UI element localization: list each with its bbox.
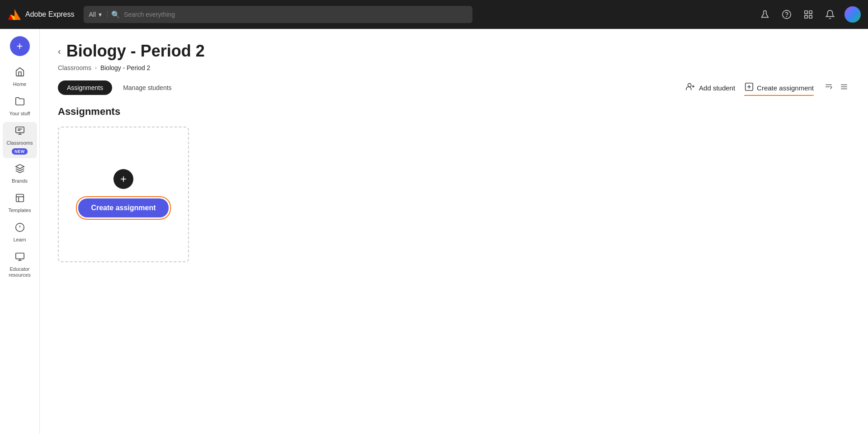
sidebar-item-educator-resources[interactable]: Educator resources — [3, 248, 37, 282]
breadcrumb-current: Biology - Period 2 — [100, 64, 151, 71]
adobe-logo-icon — [7, 7, 22, 22]
assignments-section-title: Assignments — [58, 106, 850, 118]
sort-icon[interactable] — [823, 81, 835, 95]
create-assignment-button-wrapper: Create assignment — [76, 196, 170, 220]
tab-manage-students[interactable]: Manage students — [114, 80, 180, 95]
sidebar-label-educator-resources: Educator resources — [5, 266, 34, 278]
sidebar-item-home[interactable]: Home — [3, 63, 37, 91]
breadcrumb-classrooms[interactable]: Classrooms — [58, 64, 91, 71]
svg-point-5 — [787, 16, 787, 17]
svg-point-4 — [783, 10, 791, 19]
svg-rect-7 — [809, 11, 812, 14]
chevron-down-icon: ▾ — [99, 11, 102, 18]
sidebar-label-learn: Learn — [13, 237, 26, 243]
add-student-icon — [685, 82, 695, 94]
sidebar-label-classrooms: Classrooms — [6, 140, 33, 146]
folder-icon — [15, 96, 25, 109]
header-create-assignment-button[interactable]: Create assignment — [744, 82, 814, 94]
back-button[interactable]: ‹ — [58, 46, 61, 57]
sidebar-item-classrooms[interactable]: Classrooms NEW — [3, 122, 37, 158]
search-filter-label: All — [89, 11, 96, 18]
list-view-icon[interactable] — [838, 81, 850, 95]
sidebar-label-brands: Brands — [12, 178, 28, 184]
beaker-icon[interactable] — [758, 7, 772, 22]
create-assignment-card: + Create assignment — [58, 127, 189, 262]
avatar[interactable] — [844, 6, 861, 23]
plus-icon: + — [16, 40, 23, 52]
add-circle-icon: + — [113, 169, 133, 189]
sidebar-label-your-stuff: Your stuff — [9, 111, 30, 117]
sidebar-item-learn[interactable]: Learn — [3, 219, 37, 246]
search-filter-dropdown[interactable]: All ▾ — [89, 11, 108, 18]
svg-marker-2 — [14, 9, 21, 20]
svg-rect-10 — [15, 127, 24, 133]
svg-rect-9 — [809, 15, 812, 18]
create-button[interactable]: + — [10, 36, 30, 56]
header-create-assignment-icon — [744, 82, 754, 94]
help-icon[interactable] — [779, 7, 794, 22]
sidebar-item-brands[interactable]: Brands — [3, 160, 37, 188]
sidebar: + Home Your stuff Classrooms NEW — [0, 29, 40, 434]
plus-icon-card: + — [120, 173, 127, 185]
sidebar-label-templates: Templates — [8, 208, 31, 213]
new-badge: NEW — [12, 148, 28, 155]
add-student-button[interactable]: Add student — [685, 82, 735, 94]
logo-area[interactable]: Adobe Express — [7, 7, 75, 22]
search-bar: All ▾ 🔍 — [84, 6, 472, 23]
page-header: ‹ Biology - Period 2 — [58, 42, 850, 61]
sidebar-item-your-stuff[interactable]: Your stuff — [3, 93, 37, 120]
top-navigation: Adobe Express All ▾ 🔍 — [0, 0, 868, 29]
templates-icon — [15, 193, 25, 206]
svg-rect-8 — [805, 15, 807, 18]
apps-icon[interactable] — [801, 7, 816, 22]
svg-rect-6 — [805, 11, 807, 14]
tab-actions-row: Assignments Manage students Add student — [58, 80, 850, 95]
create-assignment-button[interactable]: Create assignment — [78, 198, 168, 217]
breadcrumb: Classrooms › Biology - Period 2 — [58, 64, 850, 71]
search-input[interactable] — [124, 11, 467, 18]
action-buttons: Add student Create assignment — [685, 81, 850, 95]
header-create-assignment-label: Create assignment — [757, 84, 814, 92]
sidebar-item-templates[interactable]: Templates — [3, 189, 37, 217]
add-student-label: Add student — [699, 84, 735, 92]
nav-icon-group — [758, 6, 861, 23]
svg-rect-15 — [15, 253, 24, 259]
view-toggle — [823, 81, 850, 95]
breadcrumb-chevron-icon: › — [95, 65, 97, 71]
tab-group: Assignments Manage students — [58, 80, 181, 95]
classrooms-icon — [15, 126, 25, 138]
tab-assignments[interactable]: Assignments — [58, 80, 112, 95]
brands-icon — [15, 164, 25, 176]
app-name: Adobe Express — [25, 10, 75, 19]
learn-icon — [15, 222, 25, 235]
educator-resources-icon — [15, 252, 25, 264]
home-icon — [15, 67, 25, 80]
sidebar-label-home: Home — [13, 81, 26, 87]
main-content: ‹ Biology - Period 2 Classrooms › Biolog… — [40, 29, 868, 434]
svg-rect-11 — [16, 194, 24, 202]
bell-icon[interactable] — [823, 7, 837, 22]
page-title: Biology - Period 2 — [66, 42, 205, 61]
search-icon: 🔍 — [111, 10, 120, 19]
svg-point-16 — [688, 83, 691, 86]
